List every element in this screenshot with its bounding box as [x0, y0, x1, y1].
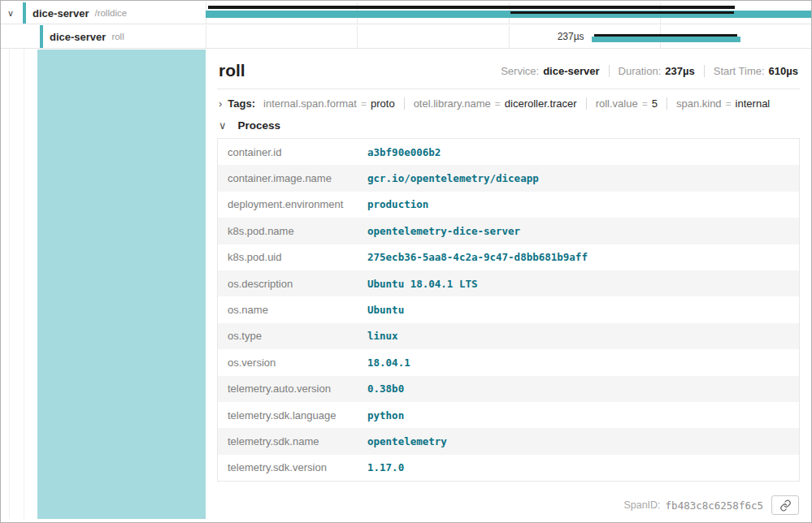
table-row: k8s.pod.name opentelemetry-dice-server	[218, 218, 799, 244]
tag-item: span.kind = internal	[676, 97, 770, 110]
span-detail-header: roll Service: dice-server Duration: 237µ…	[217, 50, 800, 89]
process-value: gcr.io/opentelemetry/diceapp	[363, 172, 799, 184]
duration-value: 237µs	[665, 65, 694, 77]
tag-item: roll.value = 5	[596, 97, 658, 110]
span-detail-title: roll	[219, 61, 245, 80]
table-row: telemetry.sdk.language python	[218, 402, 799, 428]
tag-key: span.kind	[676, 97, 722, 110]
table-row: k8s.pod.uid 275ecb36-5aa8-4c2a-9c47-d8bb…	[218, 244, 799, 270]
minimap-bar-segment	[510, 11, 735, 14]
span-service-name: dice-server	[50, 31, 106, 43]
divider	[704, 65, 705, 77]
span-name-column: ∨ dice-server /rolldice	[1, 2, 206, 24]
process-value: python	[363, 409, 799, 421]
process-value: opentelemetry-dice-server	[363, 225, 799, 237]
process-section-toggle[interactable]: ∨ Process	[217, 116, 800, 136]
span-service-name: dice-server	[33, 7, 89, 19]
process-key-value-table: container.id a3bf90e006b2 container.imag…	[217, 138, 800, 482]
process-key: container.id	[218, 146, 363, 158]
span-id-label: SpanID:	[623, 499, 660, 511]
table-row: container.id a3bf90e006b2	[218, 139, 799, 165]
process-value: opentelemetry	[363, 435, 799, 447]
tags-summary-toggle[interactable]: › Tags: internal.span.format = proto ote…	[217, 89, 800, 116]
table-row: deployment.environment production	[218, 192, 799, 218]
span-duration-label: 237µs	[493, 31, 584, 42]
timeline-column	[206, 2, 811, 24]
timeline-column: 237µs	[206, 25, 811, 48]
tag-item: internal.span.format = proto	[263, 97, 395, 110]
process-value: 1.17.0	[363, 461, 799, 473]
tree-guide-line	[9, 50, 10, 519]
jaeger-trace-view: ∨ dice-server /rolldice dice-server roll	[0, 0, 812, 523]
equals-sign: =	[726, 98, 732, 110]
equals-sign: =	[361, 98, 367, 110]
service-label: Service:	[501, 65, 539, 77]
divider	[586, 97, 587, 110]
equals-sign: =	[642, 98, 648, 110]
process-key: k8s.pod.name	[218, 225, 363, 237]
process-value: Ubuntu 18.04.1 LTS	[363, 278, 799, 290]
process-value: Ubuntu	[363, 304, 799, 316]
chevron-down-icon: ∨	[219, 120, 227, 131]
table-row: os.type linux	[218, 323, 799, 349]
equals-sign: =	[495, 98, 501, 110]
timeline-tick	[357, 25, 358, 48]
process-key: os.type	[218, 330, 363, 342]
table-row: telemetry.sdk.name opentelemetry	[218, 428, 799, 454]
process-key: os.description	[218, 278, 363, 290]
tag-value: proto	[371, 97, 395, 110]
span-detail-color-block	[37, 50, 206, 519]
tag-key: roll.value	[596, 97, 638, 110]
process-value: linux	[363, 330, 799, 342]
span-operation-name: roll	[111, 32, 124, 41]
tree-guide-line	[24, 50, 24, 519]
link-icon	[779, 499, 792, 512]
process-value: 18.04.1	[363, 357, 799, 369]
process-key: k8s.pod.uid	[218, 251, 363, 263]
tag-value: internal	[736, 97, 771, 110]
process-key: os.version	[218, 357, 363, 369]
span-name-column: dice-server roll	[1, 25, 206, 48]
minimap-bar	[208, 6, 735, 9]
divider	[609, 65, 610, 77]
collapse-chevron-icon[interactable]: ∨	[7, 9, 14, 18]
duration-label: Duration:	[619, 65, 662, 77]
process-key: telemetry.auto.version	[218, 383, 363, 395]
tags-label: Tags:	[228, 97, 255, 110]
tag-item: otel.library.name = diceroller.tracer	[414, 97, 577, 110]
tag-key: internal.span.format	[263, 97, 357, 110]
span-color-bar	[40, 25, 43, 48]
span-row-roll[interactable]: dice-server roll 237µs	[1, 25, 811, 49]
start-time-label: Start Time:	[714, 65, 765, 77]
deep-link-button[interactable]	[771, 495, 799, 515]
divider	[404, 97, 405, 110]
divider	[667, 97, 667, 110]
process-key: telemetry.sdk.name	[218, 435, 363, 447]
chevron-right-icon: ›	[219, 98, 222, 109]
tag-value: 5	[652, 97, 658, 110]
roll-span-bar[interactable]	[592, 37, 740, 42]
span-detail-footer: SpanID: fb483c8c6258f6c5	[623, 495, 799, 515]
span-row-rolldice[interactable]: ∨ dice-server /rolldice	[1, 2, 811, 24]
process-value: a3bf90e006b2	[363, 146, 799, 158]
tag-key: otel.library.name	[414, 97, 491, 110]
span-overview: Service: dice-server Duration: 237µs Sta…	[501, 65, 798, 77]
table-row: os.name Ubuntu	[218, 296, 799, 322]
span-id-value: fb483c8c6258f6c5	[666, 499, 763, 512]
process-key: container.image.name	[218, 172, 363, 184]
process-key: telemetry.sdk.language	[218, 409, 363, 421]
process-key: deployment.environment	[218, 198, 363, 210]
table-row: container.image.name gcr.io/opentelemetr…	[218, 165, 799, 191]
process-value: 275ecb36-5aa8-4c2a-9c47-d8bb681b9aff	[363, 251, 799, 263]
service-value: dice-server	[543, 65, 599, 77]
process-value: 0.38b0	[363, 383, 799, 395]
table-row: os.description Ubuntu 18.04.1 LTS	[218, 270, 799, 296]
start-time-value: 610µs	[769, 65, 798, 77]
process-key: telemetry.sdk.version	[218, 461, 363, 473]
process-key: os.name	[218, 304, 363, 316]
table-row: telemetry.auto.version 0.38b0	[218, 376, 799, 402]
table-row: telemetry.sdk.version 1.17.0	[218, 455, 799, 481]
span-operation-name: /rolldice	[94, 8, 127, 18]
span-detail-panel: roll Service: dice-server Duration: 237µ…	[206, 50, 811, 522]
timeline-tick	[206, 25, 206, 48]
